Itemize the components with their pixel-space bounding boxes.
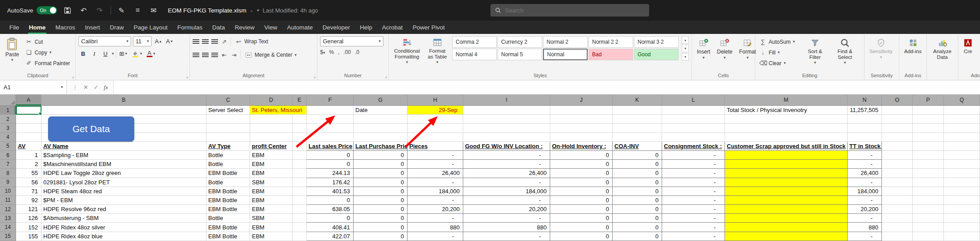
cell-K7[interactable]: 0 <box>613 160 662 169</box>
search-box[interactable] <box>490 4 649 17</box>
cell-Q10[interactable] <box>944 187 980 196</box>
fill-button[interactable]: ↓Fill▾ <box>758 48 799 57</box>
cell-E2[interactable] <box>292 115 307 124</box>
cell-B15[interactable]: HDPE Ridex 48oz blue <box>41 232 206 241</box>
cell-L1[interactable] <box>662 106 725 115</box>
cell-B12[interactable]: HDPE Resolve 96oz red <box>41 205 206 214</box>
cell-N9[interactable]: - <box>848 178 882 187</box>
cell-G7[interactable]: 0 <box>354 160 408 169</box>
autosave-toggle[interactable]: AutoSave On <box>7 6 57 14</box>
bold-button[interactable]: B <box>78 49 88 58</box>
menu-tab-view[interactable]: View <box>259 21 282 34</box>
cell-I4[interactable] <box>463 133 550 142</box>
cell-J9[interactable]: 0 <box>550 178 613 187</box>
cell-O1[interactable] <box>882 106 913 115</box>
cell-O11[interactable] <box>882 196 913 205</box>
cell-N5[interactable]: TT in Stock : <box>848 142 882 151</box>
column-header-Q[interactable]: Q <box>944 95 980 105</box>
number-format-combo[interactable]: General▾ <box>320 36 383 46</box>
style-normal-4[interactable]: Normal 4 <box>452 49 497 60</box>
autosave-switch[interactable]: On <box>37 6 57 14</box>
menu-tab-review[interactable]: Review <box>230 21 259 34</box>
chevron-down-icon[interactable]: ⌄ <box>250 8 254 12</box>
cell-G14[interactable]: 0 <box>354 223 408 232</box>
cell-L12[interactable]: - <box>662 205 725 214</box>
cell-E10[interactable] <box>292 187 307 196</box>
cell-K13[interactable]: 0 <box>613 214 662 223</box>
cell-E12[interactable] <box>292 205 307 214</box>
cell-P11[interactable] <box>913 196 944 205</box>
cell-P13[interactable] <box>913 214 944 223</box>
cell-N1[interactable]: 11,257,505 <box>848 106 882 115</box>
cell-C8[interactable]: EBM Bottle <box>206 169 250 178</box>
cell-O12[interactable] <box>882 205 913 214</box>
search-input[interactable] <box>505 7 621 14</box>
cell-A3[interactable] <box>16 124 41 133</box>
style-bad[interactable]: Bad <box>589 49 633 60</box>
shrink-font-button[interactable]: A▾ <box>165 37 174 46</box>
cell-D14[interactable]: EBM <box>250 223 292 232</box>
cell-K12[interactable]: 0 <box>613 205 662 214</box>
cell-F4[interactable] <box>307 133 354 142</box>
cell-C12[interactable]: EBM Bottle <box>206 205 250 214</box>
cell-F3[interactable] <box>307 124 354 133</box>
cell-N2[interactable] <box>848 115 882 124</box>
cell-E5[interactable] <box>292 142 307 151</box>
cell-C10[interactable]: EBM Bottle <box>206 187 250 196</box>
cell-G8[interactable]: 0 <box>354 169 408 178</box>
cell-M11[interactable] <box>725 196 848 205</box>
cell-P15[interactable] <box>913 232 944 241</box>
cell-J10[interactable]: 0 <box>550 187 613 196</box>
cell-O7[interactable] <box>882 160 913 169</box>
cell-C13[interactable]: Bottle <box>206 214 250 223</box>
cell-D2[interactable] <box>250 115 292 124</box>
cell-M7[interactable] <box>725 160 848 169</box>
cell-J14[interactable]: 0 <box>550 223 613 232</box>
style-normal-5[interactable]: Normal 5 <box>498 49 542 60</box>
cell-I15[interactable]: - <box>463 232 550 241</box>
paste-button[interactable]: Paste ▾ <box>3 36 22 63</box>
cell-H9[interactable]: - <box>408 178 463 187</box>
percent-style-button[interactable]: % <box>329 49 334 55</box>
cell-F12[interactable]: 638.05 <box>307 205 354 214</box>
cell-B1[interactable] <box>41 106 206 115</box>
cell-Q6[interactable] <box>944 151 980 160</box>
row-header-11[interactable]: 11 <box>0 196 16 205</box>
cell-G9[interactable]: 0 <box>354 178 408 187</box>
cell-E6[interactable] <box>292 151 307 160</box>
cell-C3[interactable] <box>206 124 250 133</box>
cell-A4[interactable] <box>16 133 41 142</box>
cell-O4[interactable] <box>882 133 913 142</box>
cell-L10[interactable]: - <box>662 187 725 196</box>
style-normal-2-2[interactable]: Normal 2 2 <box>589 36 633 48</box>
cell-Q1[interactable] <box>944 106 980 115</box>
cell-G1[interactable]: Date <box>354 106 408 115</box>
cell-H10[interactable]: 184,000 <box>408 187 463 196</box>
cell-P2[interactable] <box>913 115 944 124</box>
cell-J2[interactable] <box>550 115 613 124</box>
cell-A15[interactable]: 155 <box>16 232 41 241</box>
column-header-G[interactable]: G <box>354 95 408 105</box>
cell-D8[interactable]: EBM <box>250 169 292 178</box>
cell-Q14[interactable] <box>944 223 980 232</box>
cell-F15[interactable]: 422.07 <box>307 232 354 241</box>
cell-C5[interactable]: AV Type <box>206 142 250 151</box>
cell-F6[interactable]: 0 <box>307 151 354 160</box>
style-good[interactable]: Good <box>634 49 679 60</box>
cell-G3[interactable] <box>354 124 408 133</box>
cell-K15[interactable]: 0 <box>613 232 662 241</box>
menu-tab-macros[interactable]: Macros <box>50 21 80 34</box>
font-size-combo[interactable]: 11▾ <box>133 36 152 46</box>
column-header-M[interactable]: M <box>725 95 848 105</box>
cell-I8[interactable]: 26,400 <box>463 169 550 178</box>
cell-F2[interactable] <box>307 115 354 124</box>
wrap-text-button[interactable]: ↩Wrap Text <box>234 37 270 46</box>
cell-N4[interactable] <box>848 133 882 142</box>
cell-L15[interactable]: - <box>662 232 725 241</box>
menu-tab-help[interactable]: Help <box>355 21 377 34</box>
cell-M9[interactable] <box>725 178 848 187</box>
cell-H3[interactable] <box>408 124 463 133</box>
cell-M8[interactable] <box>725 169 848 178</box>
fill-color-button[interactable]: ▾ <box>130 49 144 58</box>
style-normal-3-2[interactable]: Normal 3 2 <box>634 36 679 48</box>
